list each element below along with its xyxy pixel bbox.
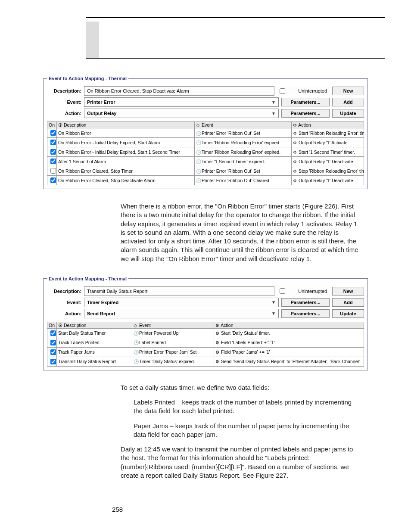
- add-button[interactable]: Add: [332, 298, 364, 307]
- event-select[interactable]: Printer Error▼: [84, 97, 279, 107]
- mapping-table-1: On ⦿ Description ◇ Event ⚙ Action On Rib…: [47, 121, 364, 185]
- row-description: Track Paper Jams: [57, 347, 132, 357]
- clock-icon: 🕒: [134, 359, 138, 364]
- clock-icon: 🕒: [196, 150, 200, 155]
- event-action-panel-2: Event to Action Mapping - Thermal Descri…: [43, 276, 368, 370]
- row-event: 🕒 Timer 'Ribbon Reloading Error' expired…: [195, 147, 292, 157]
- col-on: On: [47, 322, 57, 328]
- gear-icon: ⚙: [293, 178, 297, 183]
- on-checkbox[interactable]: [47, 338, 57, 347]
- row-action: ⚙ Start 'Ribbon Reloading Error' timer.: [292, 128, 364, 138]
- table-row[interactable]: Track Paper Jams🕒 Printer Error 'Paper J…: [47, 347, 364, 357]
- clock-icon: 🕒: [134, 350, 138, 355]
- uninterrupted-checkbox[interactable]: Uninterrupted: [277, 87, 330, 95]
- chevron-down-icon: ▼: [271, 111, 276, 116]
- gear-icon: ⚙: [293, 123, 297, 128]
- clock-icon: 🕒: [196, 159, 200, 164]
- list-item-paper-jams: Paper Jams – keeps track of the number o…: [134, 422, 359, 439]
- new-button[interactable]: New: [332, 287, 364, 296]
- col-event: ◇ Event: [195, 122, 292, 128]
- section-tab: [86, 22, 99, 58]
- on-checkbox[interactable]: [47, 166, 57, 176]
- page-number: 258: [112, 506, 385, 513]
- col-action: ⚙ Action: [214, 322, 364, 328]
- action-label: Action:: [47, 111, 81, 116]
- row-event: 🕒 Printer Error 'Ribbon Out' Set: [195, 166, 292, 176]
- event-label: Event:: [47, 300, 81, 305]
- row-description: On Ribbon Error Cleared, Stop Timer: [57, 166, 195, 176]
- action-label: Action:: [47, 311, 81, 316]
- col-on: On: [47, 122, 57, 128]
- on-checkbox[interactable]: [47, 128, 57, 138]
- row-description: Transmit Daily Status Report: [57, 357, 132, 366]
- clock-icon: 🕒: [196, 169, 200, 174]
- clock-icon: 🕒: [134, 331, 138, 336]
- table-row[interactable]: On Ribbon Error Cleared, Stop Timer🕒 Pri…: [47, 166, 364, 176]
- event-select[interactable]: Timer Expired▼: [84, 298, 279, 307]
- table-row[interactable]: On Ribbon Error - Initial Delay Expired,…: [47, 138, 364, 147]
- on-checkbox[interactable]: [47, 157, 57, 166]
- on-checkbox[interactable]: [47, 176, 57, 185]
- col-description: ⦿ Description: [57, 122, 195, 128]
- row-action: ⚙ Stop 'Ribbon Reloading Error' timer.: [292, 166, 364, 176]
- on-checkbox[interactable]: [47, 147, 57, 157]
- table-row[interactable]: On Ribbon Error - Initial Delay Expired,…: [47, 147, 364, 157]
- row-description: Start Daily Status Timer: [57, 328, 132, 338]
- row-description: On Ribbon Error - Initial Delay Expired,…: [57, 147, 195, 157]
- row-event: 🕒 Printer Powered Up: [132, 328, 214, 338]
- update-button[interactable]: Update: [332, 109, 364, 118]
- on-checkbox[interactable]: [47, 357, 57, 366]
- clock-icon: 🕒: [134, 340, 138, 345]
- table-row[interactable]: Track Labels Printed🕒 Label Printed⚙ Fie…: [47, 338, 364, 347]
- clock-icon: 🕒: [196, 140, 200, 145]
- gear-icon: ⚙: [215, 331, 220, 336]
- chevron-down-icon: ▼: [271, 311, 276, 316]
- row-action: ⚙ Output Relay '1' Deactivate: [292, 176, 364, 185]
- row-action: ⚙ Start '1 Second Timer' timer.: [292, 147, 364, 157]
- row-description: On Ribbon Error - Initial Delay Expired,…: [57, 138, 195, 147]
- table-row[interactable]: Start Daily Status Timer🕒 Printer Powere…: [47, 328, 364, 338]
- on-checkbox[interactable]: [47, 347, 57, 357]
- on-checkbox[interactable]: [47, 138, 57, 147]
- description-field[interactable]: On Ribbon Error Cleared, Stop Deactivate…: [84, 86, 274, 96]
- mapping-table-2: On ⦿ Description ◇ Event ⚙ Action Start …: [47, 322, 364, 367]
- update-button[interactable]: Update: [332, 309, 364, 318]
- new-button[interactable]: New: [332, 87, 364, 95]
- paragraph-1: When there is a ribbon error, the "On Ri…: [121, 202, 359, 263]
- row-event: 🕒 Printer Error 'Ribbon Out' Set: [195, 128, 292, 138]
- uninterrupted-checkbox[interactable]: Uninterrupted: [277, 287, 330, 296]
- action-select[interactable]: Output Relay▼: [84, 109, 279, 118]
- add-button[interactable]: Add: [332, 98, 364, 106]
- event-action-panel-1: Event to Action Mapping - Thermal Descri…: [43, 76, 368, 189]
- on-checkbox[interactable]: [47, 328, 57, 338]
- row-action: ⚙ Field 'Paper Jams' += '1': [214, 347, 364, 357]
- table-row[interactable]: Transmit Daily Status Report🕒 Timer 'Dai…: [47, 357, 364, 366]
- event-parameters-button[interactable]: Parameters...: [281, 98, 330, 106]
- action-select[interactable]: Send Report▼: [84, 309, 279, 318]
- row-event: 🕒 Timer '1 Second Timer' expired.: [195, 157, 292, 166]
- description-label: Description:: [47, 289, 81, 294]
- gear-icon: ⚙: [293, 159, 297, 164]
- table-row[interactable]: On Ribbon Error Cleared, Stop Deactivate…: [47, 176, 364, 185]
- row-event: 🕒 Printer Error 'Ribbon Out' Cleared: [195, 176, 292, 185]
- gear-icon: ⚙: [293, 150, 297, 155]
- table-row[interactable]: On Ribbon Error🕒 Printer Error 'Ribbon O…: [47, 128, 364, 138]
- panel-legend: Event to Action Mapping - Thermal: [47, 276, 128, 281]
- chevron-down-icon: ▼: [271, 300, 276, 305]
- action-parameters-button[interactable]: Parameters...: [281, 309, 330, 318]
- action-parameters-button[interactable]: Parameters...: [281, 109, 330, 118]
- table-row[interactable]: After 1 Second of Alarm🕒 Timer '1 Second…: [47, 157, 364, 166]
- list-item-labels-printed: Labels Printed – keeps track of the numb…: [134, 398, 359, 416]
- gear-icon: ⚙: [293, 131, 297, 136]
- row-action: ⚙ Output Relay '1' Deactivate: [292, 157, 364, 166]
- event-parameters-button[interactable]: Parameters...: [281, 298, 330, 307]
- row-description: After 1 Second of Alarm: [57, 157, 195, 166]
- tree-icon: ⦿: [58, 323, 62, 328]
- clock-icon: 🕒: [196, 131, 200, 136]
- row-description: On Ribbon Error: [57, 128, 195, 138]
- diamond-icon: ◇: [134, 323, 138, 328]
- description-field[interactable]: Transmit Daily Status Report: [84, 286, 274, 296]
- gear-icon: ⚙: [215, 350, 220, 355]
- tree-icon: ⦿: [58, 123, 62, 128]
- col-event: ◇ Event: [132, 322, 214, 328]
